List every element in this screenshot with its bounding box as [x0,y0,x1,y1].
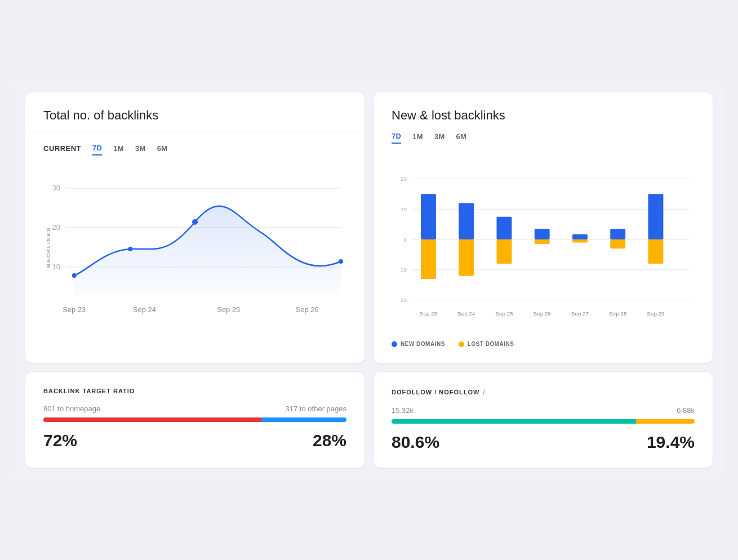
svg-rect-26 [421,239,436,279]
tab2-1m[interactable]: 1M [412,132,423,143]
ratio-labels: 801 to homepage 317 to other pages [43,405,346,413]
svg-rect-34 [572,239,588,242]
backlink-target-ratio-card: BACKLINK TARGET RATIO 801 to homepage 31… [25,372,364,468]
card1-title: Total no. of backlinks [43,108,346,123]
svg-text:Sep 25: Sep 25 [495,310,513,317]
svg-text:Sep 24: Sep 24 [457,310,475,317]
tab-1m[interactable]: 1M [113,144,124,155]
svg-text:10: 10 [401,206,407,212]
dofollow-bar-orange [636,419,695,424]
ratio-label-left: 801 to homepage [43,405,100,413]
svg-point-9 [192,219,198,225]
svg-text:20: 20 [52,223,60,232]
svg-text:10: 10 [401,266,407,273]
card2-title: New & lost backlinks [392,108,695,123]
svg-rect-37 [648,194,664,239]
svg-text:Sep 26: Sep 26 [296,305,319,314]
svg-rect-33 [572,234,588,239]
tab2-3m[interactable]: 3M [434,132,445,143]
dofollow-pct-right: 19.4% [647,433,695,452]
svg-text:30: 30 [52,184,60,192]
svg-rect-36 [610,239,625,248]
dofollow-label-left: 15.32k [392,406,414,415]
svg-text:0: 0 [403,237,407,243]
svg-text:Sep 23: Sep 23 [420,310,438,317]
svg-text:Sep 24: Sep 24 [133,305,156,314]
svg-text:Sep 28: Sep 28 [609,310,627,317]
svg-text:Sep 25: Sep 25 [217,305,240,314]
tab-7d[interactable]: 7D [92,144,102,155]
svg-rect-31 [535,229,550,239]
svg-text:Sep 26: Sep 26 [534,310,552,317]
svg-point-8 [128,247,132,251]
svg-text:10: 10 [52,263,60,271]
ratio-pct-left: 72% [43,431,77,450]
svg-rect-28 [459,239,474,276]
line-chart-svg: 30 20 10 BACKLINKS [43,166,346,323]
svg-rect-35 [610,229,625,239]
tab-current[interactable]: CURRENT [43,144,81,155]
ratio-bar-red [43,417,261,422]
svg-rect-25 [421,194,436,239]
dofollow-bar-teal [392,419,636,424]
svg-rect-29 [497,217,512,239]
bar-chart-svg: 20 10 0 10 20 [392,154,695,345]
ratio-values: 72% 28% [43,431,346,450]
svg-text:BACKLINKS: BACKLINKS [45,227,51,268]
svg-rect-30 [497,239,512,264]
card2-tabs: 7D 1M 3M 6M [392,132,695,144]
backlinks-total-card: Total no. of backlinks CURRENT 7D 1M 3M … [25,92,364,363]
svg-text:Sep 29: Sep 29 [647,310,665,317]
card4-title: DOFOLLOW / NOFOLLOW i [392,388,695,396]
svg-text:20: 20 [401,176,407,182]
dofollow-pct-left: 80.6% [392,433,439,452]
card4-title-text: DOFOLLOW / NOFOLLOW [392,389,479,395]
dofollow-values: 80.6% 19.4% [392,433,695,452]
dofollow-labels: 15.32k 6.88k [392,406,695,415]
card3-title: BACKLINK TARGET RATIO [43,388,346,394]
dashboard: Total no. of backlinks CURRENT 7D 1M 3M … [14,81,724,479]
tab-6m[interactable]: 6M [157,144,168,155]
svg-rect-32 [535,239,550,244]
dofollow-bar [392,419,695,424]
svg-text:Sep 23: Sep 23 [63,305,86,314]
svg-rect-38 [648,239,664,264]
ratio-bar [43,417,346,422]
bar-chart-area: 20 10 0 10 20 [392,154,695,334]
tab2-7d[interactable]: 7D [392,132,401,144]
ratio-label-right: 317 to other pages [286,405,346,413]
svg-rect-27 [459,203,474,240]
svg-text:20: 20 [401,297,407,303]
svg-text:Sep 27: Sep 27 [571,310,589,317]
ratio-pct-right: 28% [313,431,346,450]
tab2-6m[interactable]: 6M [456,132,467,143]
line-chart-area: 30 20 10 BACKLINKS [43,166,346,323]
tab-3m[interactable]: 3M [135,144,146,155]
card1-tabs: CURRENT 7D 1M 3M 6M [43,144,346,155]
ratio-bar-blue [261,417,346,422]
new-lost-backlinks-card: New & lost backlinks 7D 1M 3M 6M 20 10 0… [374,92,713,363]
svg-point-10 [339,259,343,264]
info-icon[interactable]: i [483,388,485,396]
dofollow-nofollow-card: DOFOLLOW / NOFOLLOW i 15.32k 6.88k 80.6%… [374,372,713,468]
svg-point-7 [72,273,77,278]
dofollow-label-right: 6.88k [677,406,695,415]
